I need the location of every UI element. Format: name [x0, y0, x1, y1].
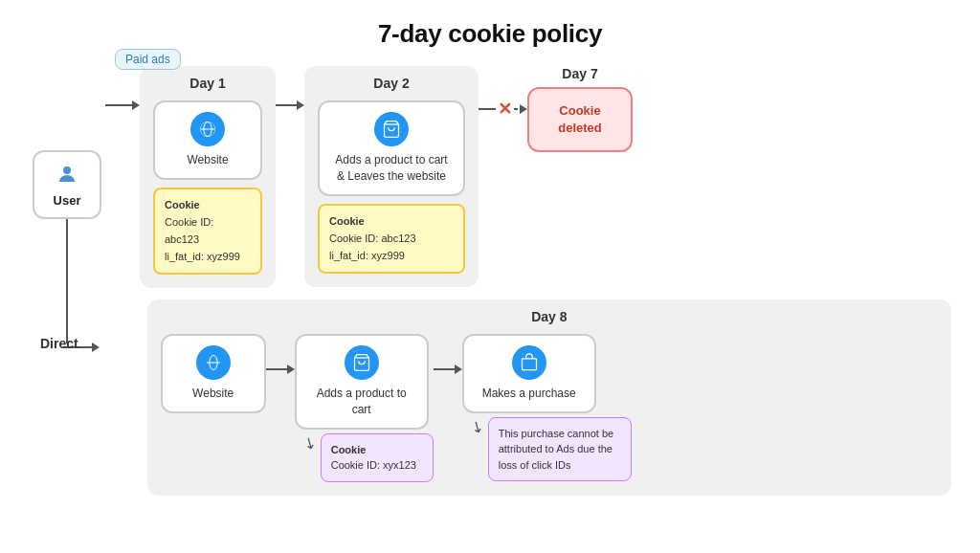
day1-node-label: Website	[187, 152, 228, 168]
x-mark: ✕	[498, 100, 512, 118]
attribution-note: This purchase cannot be attributed to Ad…	[488, 417, 632, 482]
day8-website-node: Website	[161, 334, 266, 413]
day8-website-label: Website	[192, 386, 234, 402]
day1-label: Day 1	[153, 76, 262, 91]
user-icon	[56, 163, 78, 191]
cookie-deleted-box: Cookie deleted	[527, 87, 633, 152]
day2-label: Day 2	[318, 76, 465, 91]
day8-panel: Day 8 Website	[147, 299, 951, 496]
curved-arrow-2: ↙	[468, 415, 488, 437]
cart-icon-2	[345, 345, 379, 380]
curved-arrow-1: ↙	[301, 431, 321, 453]
paid-ads-label: Paid ads	[115, 49, 181, 70]
day8-cart-label: Adds a product to cart	[308, 386, 415, 418]
day7-panel: Day 7 Cookie deleted	[527, 66, 633, 152]
globe-icon-2	[196, 345, 231, 380]
svg-point-0	[63, 166, 71, 174]
day8-cookie-note: Cookie Cookie ID: xyx123	[321, 433, 434, 482]
day2-node-label: Adds a product to cart & Leaves the webs…	[334, 152, 449, 185]
day8-label: Day 8	[161, 309, 938, 324]
day8-purchase-node: Makes a purchase	[462, 334, 596, 413]
cart-icon-1	[374, 112, 409, 146]
day2-node: Adds a product to cart & Leaves the webs…	[318, 100, 465, 196]
page: 7-day cookie policy User	[0, 0, 980, 553]
day1-node: Website	[153, 100, 262, 180]
day8-purchase-label: Makes a purchase	[482, 386, 576, 402]
user-box: User	[33, 150, 101, 219]
purchase-col: Makes a purchase ↙ This purchase cannot …	[462, 334, 632, 481]
adds-product-col: Adds a product to cart ↙ Cookie Cookie I…	[295, 334, 434, 482]
purchase-icon	[512, 345, 546, 380]
day1-cookie: Cookie Cookie ID: abc123 li_fat_id: xyz9…	[153, 188, 262, 275]
direct-label: Direct	[40, 336, 78, 351]
day2-panel: Day 2 Adds a product to cart & Leaves th…	[304, 66, 479, 287]
page-title: 7-day cookie policy	[29, 19, 951, 49]
day1-panel: Day 1 Website Cookie Cookie ID: abc123 l…	[140, 66, 276, 288]
user-label: User	[54, 193, 81, 208]
day2-cookie: Cookie Cookie ID: abc123 li_fat_id: xyz9…	[318, 204, 465, 275]
day7-label: Day 7	[562, 66, 597, 81]
day8-cart-node: Adds a product to cart	[295, 334, 429, 430]
globe-icon-1	[190, 112, 225, 146]
